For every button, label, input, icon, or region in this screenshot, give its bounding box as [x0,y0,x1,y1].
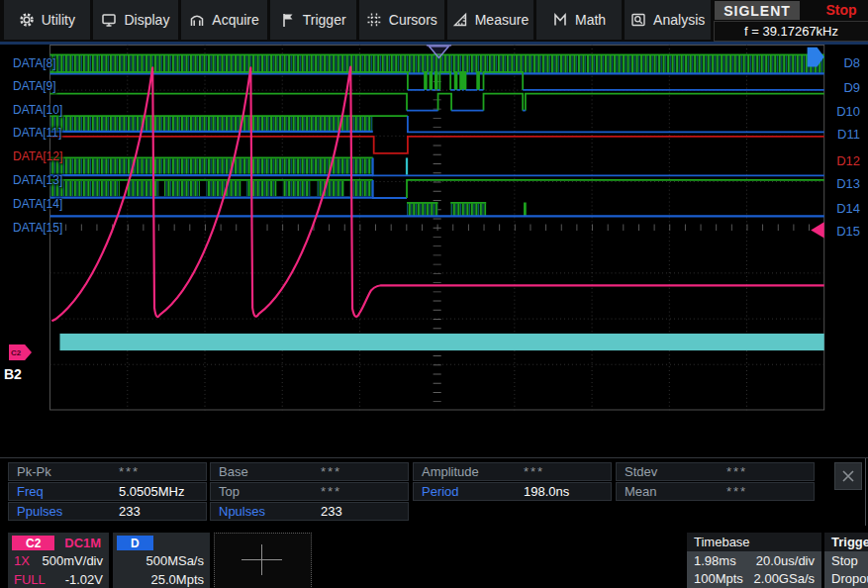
meas-value: 198.0ns [524,484,569,499]
menu-label: Utility [42,12,75,28]
meas-value: *** [524,464,544,479]
analysis-icon [630,12,646,28]
waveform-d8 [50,54,824,73]
label-data14[interactable]: DATA[14] [13,197,62,211]
channel-c2-box[interactable]: C2 DC1M 1X 500mV/div FULL -1.02V [8,533,109,588]
meas-value: *** [726,464,747,479]
meas-value: *** [726,484,747,499]
meas-label: Top [211,484,321,499]
menu-math[interactable]: Math [536,0,623,40]
acquire-icon [189,12,205,28]
meas-base[interactable]: Base *** [210,462,409,481]
close-icon [841,469,855,483]
label-data8[interactable]: DATA[8] [13,56,56,70]
menu-display[interactable]: Display [93,0,179,40]
c2-offset: -1.02V [65,572,103,587]
label-data12[interactable]: DATA[12] [13,149,62,163]
flag-icon [280,12,296,28]
id-d14: D14 [836,201,860,216]
meas-label: Mean [617,484,726,499]
meas-value: 5.0505MHz [119,484,184,499]
meas-ppulses[interactable]: Ppulses 233 [8,502,207,521]
meas-top[interactable]: Top *** [210,482,409,501]
id-d15: D15 [836,224,860,239]
label-data15[interactable]: DATA[15] [13,221,62,235]
status-bar: C2 DC1M 1X 500mV/div FULL -1.02V D 500MS… [0,532,868,588]
menu-label: Display [124,12,169,28]
waveform-plot [0,45,868,450]
d-mem-depth: 25.0Mpts [151,572,204,587]
id-d12: D12 [836,153,860,168]
menu-cursors[interactable]: Cursors [359,0,445,40]
label-data11[interactable]: DATA[11] [13,126,61,140]
menu-acquire[interactable]: Acquire [181,0,267,40]
menu-analysis[interactable]: Analysis [625,0,711,40]
d-badge: D [117,536,153,550]
meas-stdev[interactable]: Stdev *** [616,462,815,481]
trigger-state: Stop [831,553,858,568]
meas-label: Freq [9,484,119,499]
bus-b2-waveform [59,334,823,350]
timebase-rate: 2.00GSa/s [754,571,815,586]
timebase-scale: 20.0us/div [756,553,815,568]
menu-measure[interactable]: Measure [447,0,533,40]
id-d9: D9 [843,80,860,95]
menu-utility[interactable]: Utility [4,0,90,40]
meas-value: 233 [321,504,342,519]
display-icon [101,12,117,28]
frequency-counter: f = 39.17267kHz [714,21,868,42]
meas-period[interactable]: Period 198.0ns [413,482,612,501]
math-icon [552,12,568,28]
timebase-depth: 100Mpts [694,571,743,586]
trigger-title: Trigger [824,533,868,551]
d-sample-rate: 500MSa/s [145,553,204,568]
meas-pkpk[interactable]: Pk-Pk *** [8,462,207,481]
meas-value: 233 [119,504,141,519]
menu-label: Cursors [389,12,437,28]
meas-amplitude[interactable]: Amplitude *** [413,462,612,481]
meas-label: Npulses [211,504,321,519]
run-state-indicator[interactable]: Stop [818,2,865,20]
measure-panel-border [865,458,866,526]
meas-value: *** [321,464,341,479]
siglent-logo: SIGLENT [715,1,800,20]
label-data9[interactable]: DATA[9] [13,79,56,93]
menu-label: Trigger [303,12,346,28]
bus-b2-label[interactable]: B2 [4,366,22,382]
meas-label: Stdev [617,464,726,479]
add-channel-slot[interactable] [214,533,312,588]
trigger-type: Dropout [831,571,868,586]
meas-value: *** [119,464,140,479]
meas-label: Base [211,464,321,479]
id-d10: D10 [836,104,860,119]
trigger-box[interactable]: Trigger Stop Dropout [824,533,868,588]
oscilloscope-screen: Utility Display Acquire T [0,0,868,588]
id-d13: D13 [836,176,860,191]
menu-trigger[interactable]: Trigger [270,0,356,40]
c2-coupling: DC1M [64,536,101,550]
meas-value: *** [321,484,341,499]
meas-npulses[interactable]: Npulses 233 [210,502,409,521]
waveform-display: DATA[8] DATA[9] DATA[10] DATA[11] DATA[1… [0,45,868,450]
gear-icon [19,12,35,28]
timebase-title: Timebase [687,533,821,551]
menu-label: Analysis [653,12,705,28]
channel-d-box[interactable]: D 500MSa/s 25.0Mpts [113,533,210,588]
cursors-icon [366,12,382,28]
timebase-box[interactable]: Timebase 1.98ms 20.0us/div 100Mpts 2.00G… [687,533,821,588]
meas-freq[interactable]: Freq 5.0505MHz [8,482,207,501]
label-data13[interactable]: DATA[13] [13,173,62,187]
timebase-delay: 1.98ms [694,553,736,568]
c2-badge: C2 [12,536,54,550]
id-d8: D8 [843,55,860,70]
crosshair-icon [215,534,309,586]
main-menu: Utility Display Acquire T [4,0,711,40]
label-data10[interactable]: DATA[10] [13,103,62,117]
measurement-panel: Pk-Pk *** Freq 5.0505MHz Ppulses 233 Bas… [0,457,868,527]
measure-close-button[interactable] [834,462,862,490]
c2-scale: 500mV/div [43,553,103,568]
menu-label: Acquire [212,12,258,28]
id-d11: D11 [837,127,860,142]
top-menu-bar: Utility Display Acquire T [0,0,868,42]
meas-mean[interactable]: Mean *** [616,482,815,501]
